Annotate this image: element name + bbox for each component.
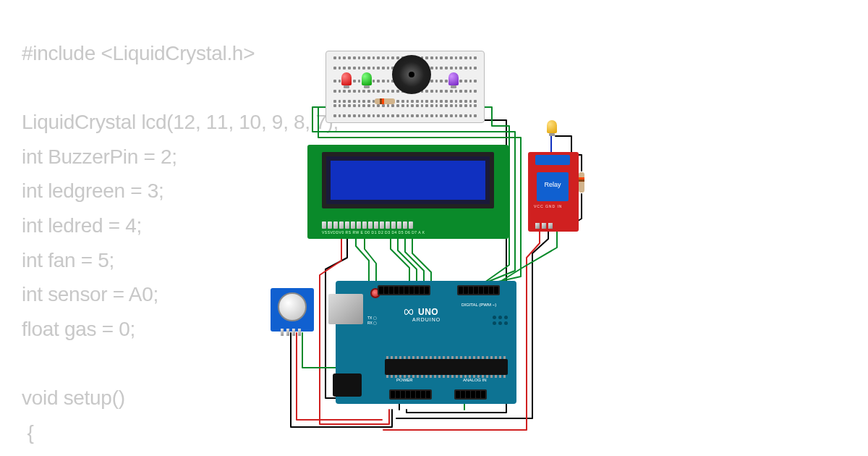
usb-port-icon (328, 294, 363, 324)
code-line: int fan = 5; (22, 249, 114, 271)
led-green (362, 72, 372, 85)
relay-label: Relay (544, 181, 561, 188)
arduino-uno: UNO ARDUINO TX ▢ RX ▢ DIGITAL (PWM ~) AN… (336, 281, 516, 404)
arduino-brand: ARDUINO (412, 317, 441, 322)
buzzer-icon (392, 55, 431, 94)
analog-header (454, 389, 487, 400)
code-line: int ledgreen = 3; (22, 180, 164, 202)
power-jack-icon (333, 373, 362, 397)
power-label: POWER (396, 378, 413, 382)
digital-header-right (457, 285, 500, 295)
code-line: int sensor = A0; (22, 283, 158, 305)
led-purple (448, 72, 459, 85)
code-line: { (22, 421, 34, 444)
sensor-cap (278, 292, 307, 321)
digital-label: DIGITAL (PWM ~) (461, 303, 496, 307)
lcd-inner (331, 161, 485, 200)
resistor (375, 98, 395, 104)
power-header (389, 389, 432, 400)
relay-pins (535, 223, 553, 229)
infinity-logo-icon (404, 307, 414, 317)
relay-resistor (579, 172, 584, 193)
relay-pin-labels: VCC GND IN (534, 204, 562, 208)
code-line: void setup() (22, 387, 125, 409)
lcd-module: VSSVDDV0 RS RW E D0 D1 D2 D3 D4 D5 D6 D7… (307, 145, 509, 239)
atmega-chip-icon (385, 359, 508, 375)
icsp-header-icon (493, 316, 508, 325)
code-line: int ledred = 4; (22, 214, 142, 237)
code-line: float gas = 0; (22, 318, 135, 340)
analog-label: ANALOG IN (463, 378, 487, 382)
lcd-pin-labels: VSSVDDV0 RS RW E D0 D1 D2 D3 D4 D5 D6 D7… (322, 230, 425, 235)
circuit-diagram: VSSVDDV0 RS RW E D0 D1 D2 D3 D4 D5 D6 D7… (275, 51, 637, 434)
relay-module: Relay VCC GND IN (528, 152, 579, 232)
code-line: int BuzzerPin = 2; (22, 145, 177, 168)
relay-terminal (535, 155, 570, 165)
led-red (341, 72, 352, 85)
lcd-screen (322, 152, 494, 208)
gas-sensor (271, 288, 314, 332)
digital-header-left (378, 285, 430, 295)
arduino-model: UNO (418, 307, 438, 317)
lcd-pin-row (322, 221, 413, 229)
relay-block: Relay (537, 172, 569, 201)
sensor-pins (281, 329, 301, 336)
led-yellow (547, 120, 557, 133)
code-line: #include <LiquidCrystal.h> (22, 42, 255, 64)
txrx-leds: TX ▢ RX ▢ (367, 316, 377, 326)
